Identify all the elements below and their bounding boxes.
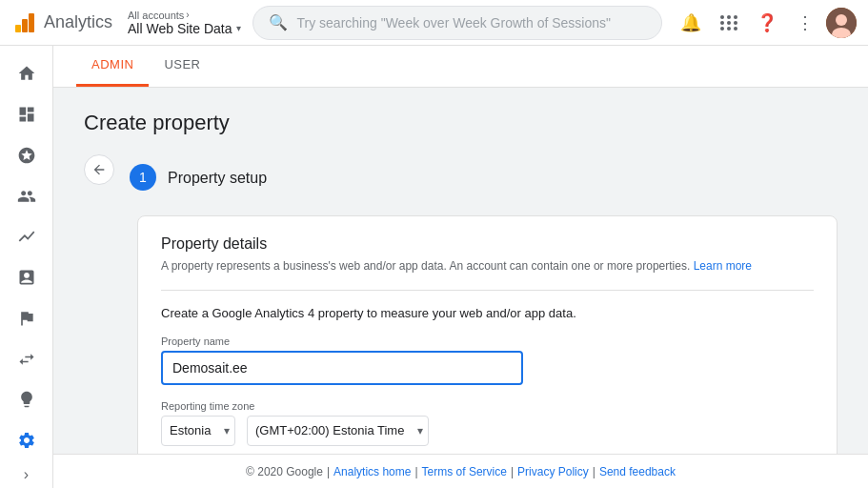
sidebar-item-behavior[interactable] [4, 257, 50, 298]
more-options-button[interactable]: ⋮ [788, 6, 822, 40]
timezone-field: Reporting time zone Estonia (GMT+02:0 [161, 400, 814, 446]
svg-rect-0 [15, 25, 21, 32]
apps-button[interactable] [712, 6, 746, 40]
ideas-icon [17, 390, 36, 409]
svg-point-4 [836, 14, 847, 26]
main-container: › ADMIN USER Create property 1 Property … [0, 46, 868, 488]
footer-feedback-link[interactable]: Send feedback [599, 465, 676, 478]
settings-icon [17, 431, 36, 450]
sidebar-item-search[interactable] [4, 338, 50, 379]
sidebar-item-settings[interactable] [4, 420, 50, 461]
svg-rect-1 [22, 19, 28, 32]
footer-privacy-link[interactable]: Privacy Policy [517, 465, 589, 478]
card-title: Property details [161, 235, 814, 253]
avatar-image [826, 8, 857, 38]
property-details-card: Property details A property represents a… [137, 215, 838, 454]
search2-icon [17, 350, 36, 369]
timezone-selects: Estonia (GMT+02:00) Estonia Time [161, 416, 814, 446]
step-header: 1 Property setup [84, 154, 838, 200]
footer-terms-link[interactable]: Terms of Service [422, 465, 507, 478]
reports-icon [17, 105, 36, 124]
header-icons: 🔔 ❓ ⋮ [674, 6, 857, 40]
step-title-row: 1 Property setup [130, 164, 267, 191]
sidebar-item-acquisition[interactable] [4, 216, 50, 257]
apps-grid-icon [720, 15, 738, 30]
sidebar-item-reports[interactable] [4, 94, 50, 135]
timezone-value-container: (GMT+02:00) Estonia Time [247, 416, 429, 446]
card-description: A property represents a business's web a… [161, 258, 814, 274]
conversions-icon [17, 309, 36, 328]
tab-user[interactable]: USER [149, 46, 215, 87]
sidebar-item-home[interactable] [4, 53, 50, 94]
timezone-value-select[interactable]: (GMT+02:00) Estonia Time [247, 416, 429, 446]
timezone-country-select[interactable]: Estonia [161, 416, 235, 446]
property-name-field: Property name [161, 336, 814, 385]
card-section-description: Create a Google Analytics 4 property to … [161, 306, 814, 320]
timezone-country-container: Estonia [161, 416, 235, 446]
behavior-icon [17, 268, 36, 287]
avatar[interactable] [826, 8, 857, 38]
app-name: Analytics [44, 12, 112, 32]
audience-icon [17, 187, 36, 206]
sidebar: › [0, 46, 53, 488]
acquisition-icon [17, 227, 36, 246]
back-icon [91, 162, 107, 177]
tab-bar: ADMIN USER [53, 46, 868, 88]
logo-area: Analytics [11, 10, 112, 36]
page-title: Create property [84, 111, 838, 135]
search-placeholder: Try searching "Week over Week Growth of … [297, 15, 611, 30]
timezone-label: Reporting time zone [161, 400, 814, 412]
sidebar-item-conversions[interactable] [4, 298, 50, 339]
step-title: Property setup [168, 168, 267, 187]
header: Analytics All accounts › All Web Site Da… [0, 0, 868, 46]
page-content: Create property 1 Property setup Propert… [53, 88, 868, 454]
back-button[interactable] [84, 154, 114, 185]
home-icon [17, 64, 36, 83]
svg-rect-2 [29, 13, 34, 32]
property-name-input[interactable] [161, 351, 523, 385]
sidebar-expand-button[interactable]: › [4, 461, 50, 489]
account-selector[interactable]: All Web Site Data ▾ [128, 21, 240, 36]
breadcrumb-arrow-icon: › [186, 10, 189, 20]
search-bar[interactable]: 🔍 Try searching "Week over Week Growth o… [252, 6, 663, 40]
sidebar-item-realtime[interactable] [4, 135, 50, 176]
account-nav: All accounts › All Web Site Data ▾ [128, 10, 240, 36]
breadcrumb[interactable]: All accounts › [128, 10, 240, 21]
content-area: ADMIN USER Create property 1 Property se… [53, 46, 868, 488]
step-number: 1 [130, 164, 156, 191]
tab-admin[interactable]: ADMIN [76, 46, 149, 87]
sidebar-item-audience[interactable] [4, 175, 50, 216]
card-section: Create a Google Analytics 4 property to … [161, 290, 814, 454]
property-name-label: Property name [161, 336, 814, 347]
footer: © 2020 Google | Analytics home | Terms o… [53, 454, 868, 488]
learn-more-link[interactable]: Learn more [694, 259, 752, 273]
footer-analytics-home-link[interactable]: Analytics home [333, 465, 411, 478]
step-content: Property details A property represents a… [137, 215, 838, 454]
search-icon: 🔍 [269, 13, 288, 31]
realtime-icon [17, 146, 36, 165]
analytics-logo-icon [11, 10, 38, 36]
sidebar-item-ideas[interactable] [4, 379, 50, 420]
footer-copyright: © 2020 Google [246, 465, 323, 478]
account-dropdown-icon: ▾ [236, 23, 241, 33]
help-button[interactable]: ❓ [750, 6, 784, 40]
notifications-button[interactable]: 🔔 [674, 6, 708, 40]
